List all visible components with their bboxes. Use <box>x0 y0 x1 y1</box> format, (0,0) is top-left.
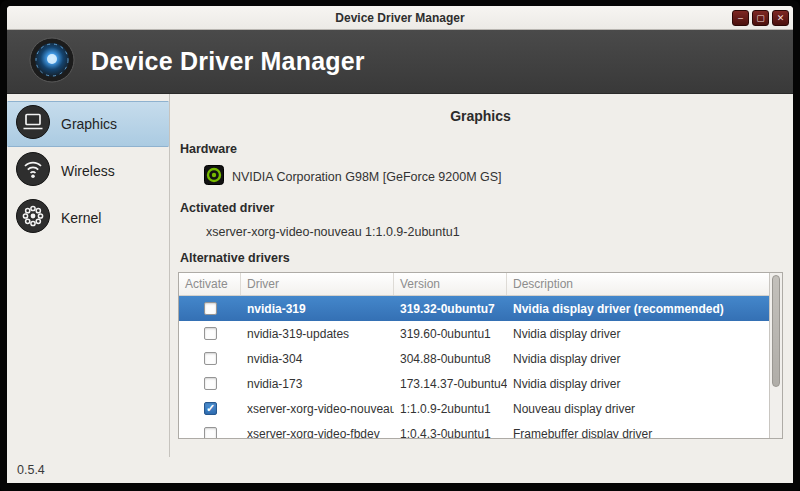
cell-driver: nvidia-319-updates <box>241 327 394 341</box>
titlebar[interactable]: Device Driver Manager – ▢ ✕ <box>7 6 793 30</box>
activate-checkbox[interactable] <box>204 377 217 390</box>
cell-driver: nvidia-319 <box>241 302 394 316</box>
app-title: Device Driver Manager <box>91 47 365 76</box>
window-controls: – ▢ ✕ <box>732 10 793 26</box>
activate-checkbox[interactable] <box>204 327 217 340</box>
driver-table-header: Activate Driver Version Description <box>179 273 769 296</box>
table-row[interactable]: xserver-xorg-video-nouveau 1:1.0.9-2ubun… <box>179 396 769 421</box>
cell-driver: xserver-xorg-video-nouveau <box>241 402 394 416</box>
kernel-icon <box>15 198 51 238</box>
content-area: Graphics Wireless <box>7 94 793 457</box>
column-header-activate[interactable]: Activate <box>179 273 241 295</box>
driver-table-body: nvidia-319 319.32-0ubuntu7 Nvidia displa… <box>179 296 769 438</box>
cell-version: 319.32-0ubuntu7 <box>394 302 507 316</box>
app-version: 0.5.4 <box>17 463 45 477</box>
close-button[interactable]: ✕ <box>772 10 789 26</box>
hardware-label: Hardware <box>180 142 783 156</box>
sidebar: Graphics Wireless <box>7 94 170 457</box>
sidebar-item-kernel[interactable]: Kernel <box>7 195 169 241</box>
cell-version: 319.60-0ubuntu1 <box>394 327 507 341</box>
driver-table-columns: Activate Driver Version Description nvid… <box>179 273 769 438</box>
minimize-button[interactable]: – <box>732 10 749 26</box>
activate-checkbox[interactable] <box>204 352 217 365</box>
cell-version: 173.14.37-0ubuntu4 <box>394 377 507 391</box>
activate-checkbox[interactable] <box>204 427 217 438</box>
statusbar: 0.5.4 <box>7 457 793 483</box>
maximize-button[interactable]: ▢ <box>752 10 769 26</box>
cell-driver: xserver-xorg-video-fbdev <box>241 427 394 439</box>
main-panel: Graphics Hardware NVIDIA Corporation G98… <box>170 94 793 457</box>
activated-driver-label: Activated driver <box>180 201 783 215</box>
graphics-icon <box>15 104 51 144</box>
cell-version: 1:1.0.9-2ubuntu1 <box>394 402 507 416</box>
cell-description: Framebuffer display driver <box>507 427 769 439</box>
table-row[interactable]: nvidia-173 173.14.37-0ubuntu4 Nvidia dis… <box>179 371 769 396</box>
cell-description: Nouveau display driver <box>507 402 769 416</box>
sidebar-item-label: Graphics <box>61 116 117 132</box>
activated-driver-value: xserver-xorg-video-nouveau 1:1.0.9-2ubun… <box>206 225 783 239</box>
activate-checkbox[interactable] <box>204 302 217 315</box>
nvidia-logo-icon <box>204 165 224 189</box>
cell-version: 304.88-0ubuntu8 <box>394 352 507 366</box>
sidebar-item-label: Wireless <box>61 163 115 179</box>
table-row[interactable]: nvidia-304 304.88-0ubuntu8 Nvidia displa… <box>179 346 769 371</box>
app-window: Device Driver Manager – ▢ ✕ <box>0 0 800 491</box>
alternative-drivers-label: Alternative drivers <box>180 251 783 265</box>
window-title: Device Driver Manager <box>7 11 793 25</box>
wireless-icon <box>15 151 51 191</box>
table-row[interactable]: nvidia-319 319.32-0ubuntu7 Nvidia displa… <box>179 296 769 321</box>
column-header-driver[interactable]: Driver <box>241 273 394 295</box>
table-scrollbar-thumb[interactable] <box>772 275 780 387</box>
app-logo-icon <box>29 37 75 87</box>
cell-driver: nvidia-304 <box>241 352 394 366</box>
activate-checkbox[interactable] <box>204 402 217 415</box>
hardware-device: NVIDIA Corporation G98M [GeForce 9200M G… <box>232 170 502 184</box>
cell-description: Nvidia display driver (recommended) <box>507 302 769 316</box>
column-header-version[interactable]: Version <box>394 273 507 295</box>
cell-version: 1:0.4.3-0ubuntu1 <box>394 427 507 439</box>
table-row[interactable]: nvidia-319-updates 319.60-0ubuntu1 Nvidi… <box>179 321 769 346</box>
window-inner: Device Driver Manager – ▢ ✕ <box>7 6 793 483</box>
table-scrollbar[interactable] <box>769 273 782 438</box>
app-header: Device Driver Manager <box>7 30 793 94</box>
cell-driver: nvidia-173 <box>241 377 394 391</box>
sidebar-item-label: Kernel <box>61 210 101 226</box>
table-row[interactable]: xserver-xorg-video-fbdev 1:0.4.3-0ubuntu… <box>179 421 769 438</box>
cell-description: Nvidia display driver <box>507 327 769 341</box>
cell-description: Nvidia display driver <box>507 377 769 391</box>
cell-description: Nvidia display driver <box>507 352 769 366</box>
hardware-row: NVIDIA Corporation G98M [GeForce 9200M G… <box>204 165 783 189</box>
column-header-description[interactable]: Description <box>507 273 769 295</box>
sidebar-item-wireless[interactable]: Wireless <box>7 148 169 194</box>
page-title: Graphics <box>178 108 783 124</box>
driver-table: Activate Driver Version Description nvid… <box>178 272 783 439</box>
sidebar-item-graphics[interactable]: Graphics <box>7 101 169 147</box>
